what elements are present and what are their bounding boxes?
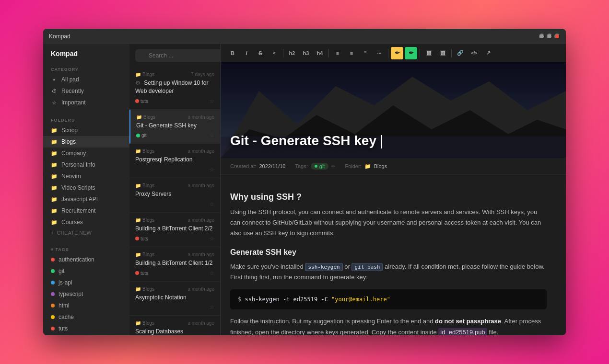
app-body: Kompad CATEGORY ▪ All pad ⏱ Recently ☆ I… (43, 44, 566, 335)
list-item[interactable]: 📁 Blogs a month ago Scaling Databases ☆ (129, 316, 220, 335)
tag-html-label: html (59, 302, 70, 309)
note-actions-6: ☆ (135, 304, 214, 310)
folder-icon-blogs: 📁 (51, 139, 58, 145)
note-tag-tuts-0: tuts (135, 99, 148, 104)
ol-button[interactable]: ≡ (345, 47, 358, 59)
sidebar-item-allpad-label: All pad (61, 76, 79, 83)
ul-button[interactable]: ≡ (331, 47, 344, 59)
sidebar-tag-html[interactable]: html (43, 300, 129, 311)
folder-icon-meta: 📁 (364, 163, 371, 170)
sidebar-item-company[interactable]: 📁 Company (43, 148, 129, 159)
h2-button[interactable]: h2 (286, 47, 298, 59)
toolbar-separator-5 (451, 49, 452, 57)
tag-dot-html (51, 304, 55, 307)
share-button[interactable]: ↗ (482, 47, 494, 59)
sidebar-tag-typescript[interactable]: typescript (43, 288, 129, 300)
list-item[interactable]: 📁 Blogs a month ago Proxy Servers ☆ (129, 178, 220, 213)
sidebar-tag-tuts[interactable]: tuts (43, 323, 129, 334)
sidebar-item-courses-label: Courses (61, 219, 83, 226)
tags-label: Tags: (295, 163, 307, 169)
sidebar-item-recently[interactable]: ⏱ Recently (43, 85, 129, 97)
image2-button[interactable]: 🖼 (436, 47, 449, 59)
highlight-green-button[interactable]: ✏ (405, 47, 417, 59)
sidebar-tag-git[interactable]: git (43, 265, 129, 277)
sidebar-item-courses[interactable]: 📁 Courses (43, 216, 129, 228)
list-item[interactable]: 📁 Blogs a month ago Building a BitTorren… (129, 213, 220, 247)
star-icon-5[interactable]: ☆ (210, 270, 214, 276)
search-input[interactable] (135, 49, 221, 62)
sidebar-item-scoop[interactable]: 📁 Scoop (43, 125, 129, 136)
sidebar-item-allpad[interactable]: ▪ All pad (43, 74, 129, 85)
list-item[interactable]: 📁 Blogs 7 days ago ⚙ Setting up Window 1… (129, 67, 220, 110)
folder-meta: Folder: 📁 Blogs (345, 163, 387, 170)
note-actions-4: tuts ☆ (135, 236, 214, 242)
note-title-4: Building a BitTorrent Client 2/2 (135, 225, 214, 233)
create-tag-button[interactable]: + CREATE NEW (43, 334, 129, 335)
minimize-button[interactable]: − (539, 34, 545, 39)
star-icon-3[interactable]: ☆ (210, 201, 214, 207)
tag-chip-git[interactable]: git (311, 163, 329, 170)
sidebar-item-jsapi[interactable]: 📁 Javascript API (43, 193, 129, 205)
list-item[interactable]: 📁 Blogs a month ago Asymptotic Notation … (129, 282, 220, 316)
sidebar-item-neovim[interactable]: 📁 Neovim (43, 171, 129, 182)
bold-button[interactable]: B (226, 47, 239, 59)
created-label: Created at: (230, 163, 256, 169)
note-date-4: a month ago (187, 217, 214, 223)
sidebar-tag-authentication[interactable]: authentication (43, 254, 129, 265)
close-button[interactable]: × (554, 34, 560, 39)
italic-button[interactable]: I (240, 47, 253, 59)
sidebar-item-important[interactable]: ☆ Important (43, 97, 129, 108)
sidebar-item-videoscripts[interactable]: 📁 Video Scripts (43, 182, 129, 193)
sidebar-item-blogs[interactable]: 📁 Blogs (43, 136, 129, 148)
star-icon-2[interactable]: ☆ (210, 167, 214, 173)
gear-icon-0: ⚙ (135, 80, 141, 86)
list-item[interactable]: 📁 Blogs a month ago Postgresql Replicati… (129, 144, 220, 178)
strikethrough-button[interactable]: S (254, 47, 267, 59)
link-button[interactable]: 🔗 (454, 47, 467, 59)
maximize-button[interactable]: □ (547, 34, 552, 39)
code-inline-button[interactable]: < (268, 47, 281, 59)
editor-content[interactable]: Git - Generate SSH key Created at: 2022/… (221, 62, 566, 335)
quote-button[interactable]: " (359, 47, 372, 59)
folder-icon-recruitement: 📁 (51, 208, 58, 214)
note-date-3: a month ago (187, 183, 214, 188)
note-meta-2: 📁 Blogs a month ago (135, 148, 214, 154)
star-icon-0[interactable]: ☆ (210, 98, 214, 104)
sidebar-tag-jsapi[interactable]: js-api (43, 277, 129, 288)
note-hero-title: Git - Generate SSH key (230, 133, 382, 148)
tag-dot-typescript (51, 292, 55, 296)
image-button[interactable]: 🖼 (422, 47, 435, 59)
folder-label: Folder: (345, 163, 361, 169)
tag-dot-tuts-4 (135, 237, 139, 240)
note-meta-6: 📁 Blogs a month ago (135, 286, 214, 292)
sidebar-item-important-label: Important (61, 99, 86, 106)
sidebar-item-jsapi-label: Javascript API (61, 196, 98, 203)
created-meta: Created at: 2022/11/10 (230, 163, 285, 169)
sidebar-item-personalinfo[interactable]: 📁 Personal Info (43, 159, 129, 171)
list-item[interactable]: 📁 Blogs a month ago Building a BitTorren… (129, 247, 220, 282)
star-icon-4[interactable]: ☆ (210, 236, 214, 242)
note-actions-0: tuts ☆ (135, 98, 214, 104)
highlight-yellow-button[interactable]: ✏ (391, 47, 403, 59)
tags-meta: Tags: git ✏ (295, 163, 335, 170)
h3-button[interactable]: h3 (300, 47, 312, 59)
note-tags-1: git (136, 133, 147, 138)
code-block-button[interactable]: </> (468, 47, 480, 59)
create-folder-button[interactable]: + CREATE NEW (43, 228, 129, 238)
note-date-7: a month ago (187, 320, 214, 326)
tag-jsapi-label: js-api (59, 279, 72, 286)
sidebar-item-recruitement[interactable]: 📁 Recruitement (43, 205, 129, 216)
edit-tag-icon[interactable]: ✏ (331, 164, 335, 169)
toolbar-separator-1 (283, 49, 283, 57)
star-icon-1[interactable]: ☆ (210, 132, 214, 138)
sidebar-tag-cache[interactable]: cache (43, 311, 129, 323)
more-button[interactable]: ··· (373, 47, 386, 59)
note-folder-2: 📁 Blogs (135, 148, 154, 154)
editor-toolbar: B I S < h2 h3 h4 ≡ ≡ " ··· ✏ ✏ 🖼 🖼 (221, 44, 566, 62)
list-item[interactable]: 📁 Blogs a month ago Git - Generate SSH k… (129, 110, 220, 144)
note-date-1: a month ago (187, 114, 214, 120)
h4-button[interactable]: h4 (314, 47, 326, 59)
star-icon-6[interactable]: ☆ (210, 304, 214, 310)
bold-passphrase: do not set passphrase (435, 318, 501, 325)
note-tag-tuts-5: tuts (135, 271, 148, 276)
